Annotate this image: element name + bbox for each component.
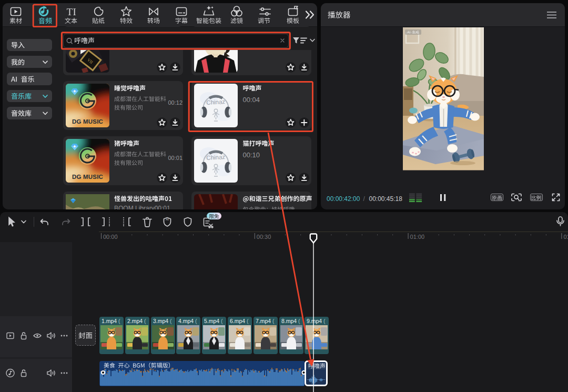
svg-text:3.mp4 (: 3.mp4 ( (153, 317, 172, 324)
svg-text:5.mp4 (: 5.mp4 ( (204, 317, 223, 324)
svg-text:7.mp4 (: 7.mp4 ( (256, 317, 275, 324)
svg-text:4.mp4 (: 4.mp4 ( (178, 317, 197, 324)
svg-text:2.mp4 (: 2.mp4 ( (127, 317, 146, 324)
svg-text:9.mp4 (: 9.mp4 ( (307, 317, 326, 324)
svg-text:6.mp4 (: 6.mp4 ( (230, 317, 249, 324)
svg-text:8.mp4 (: 8.mp4 ( (281, 317, 300, 324)
svg-text:1.mp4 (: 1.mp4 ( (102, 317, 120, 324)
